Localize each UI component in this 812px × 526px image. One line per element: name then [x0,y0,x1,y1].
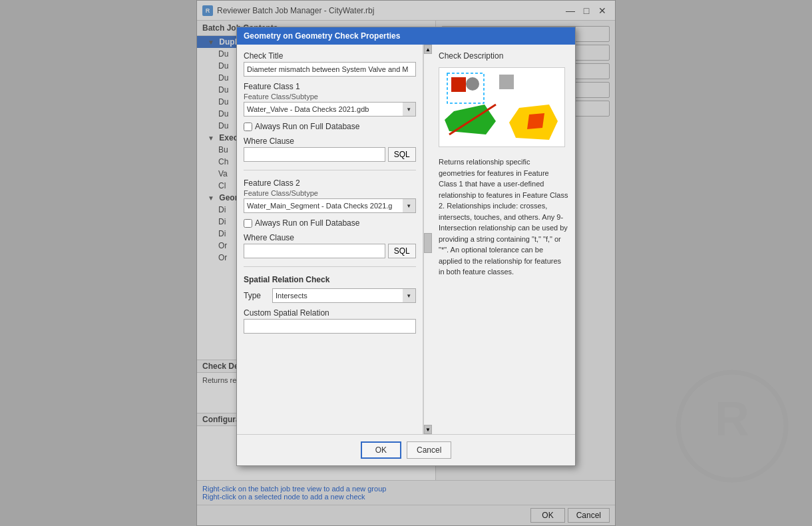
dialog-right: Check Description [432,45,575,434]
custom-spatial-label: Custom Spatial Relation [244,308,416,318]
feature-class1-section: Feature Class 1 Feature Class/Subtype Wa… [244,82,416,117]
scroll-up-arrow[interactable]: ▲ [424,45,432,54]
feature-class1-label: Feature Class 1 [244,82,416,91]
spatial-section: Spatial Relation Check Type Intersects C… [244,275,416,303]
check-description-header: Check Description [439,51,568,61]
dialog-body: Check Title Feature Class 1 Feature Clas… [237,45,575,434]
feature-class1-dropdown[interactable]: Water_Valve - Data Checks 2021.gdb [244,102,416,117]
dialog-title: Geometry on Geometry Check Properties [237,27,575,45]
check-title-input[interactable] [244,62,416,77]
always-run2-row: Always Run on Full Database [244,218,416,228]
type-label: Type [244,291,267,300]
feature-class2-dropdown-wrapper: Water_Main_Segment - Data Checks 2021.g … [244,198,416,213]
always-run1-label: Always Run on Full Database [255,122,359,131]
dialog-bottom-buttons: OK Cancel [237,434,575,465]
dialog-geometry-check: Geometry on Geometry Check Properties Ch… [236,27,576,466]
sql2-button[interactable]: SQL [388,244,416,258]
dialog-left: Check Title Feature Class 1 Feature Clas… [237,45,423,434]
feature-class1-dropdown-wrapper: Water_Valve - Data Checks 2021.gdb ▼ [244,102,416,117]
dialog-scrollbar[interactable]: ▲ ▼ [423,45,432,434]
where-clause2-label: Where Clause [244,233,416,242]
scroll-thumb[interactable] [424,233,432,253]
section-divider1 [244,170,416,170]
feature-class2-label: Feature Class 2 [244,178,416,188]
where-clause2-input[interactable] [244,244,385,258]
always-run1-checkbox[interactable] [244,123,252,131]
always-run2-checkbox[interactable] [244,219,252,228]
description-image [439,67,565,147]
dialog-cancel-button[interactable]: Cancel [407,441,451,459]
where-clause2-section: Where Clause SQL [244,233,416,258]
where-clause1-label: Where Clause [244,136,416,146]
check-title-label: Check Title [244,51,416,61]
check-description-text: Returns relationship specific geometries… [439,156,568,278]
always-run2-label: Always Run on Full Database [255,218,359,228]
spatial-section-title: Spatial Relation Check [244,275,416,284]
svg-point-5 [466,77,479,91]
svg-marker-10 [527,113,544,129]
feature-class1-sublabel: Feature Class/Subtype [244,93,416,101]
svg-rect-4 [451,77,466,92]
dialog-ok-button[interactable]: OK [361,441,401,459]
where-clause1-row: SQL [244,147,416,162]
feature-class2-dropdown[interactable]: Water_Main_Segment - Data Checks 2021.g [244,198,416,213]
feature-class2-section: Feature Class 2 Feature Class/Subtype Wa… [244,178,416,213]
section-divider2 [244,266,416,267]
feature-class2-sublabel: Feature Class/Subtype [244,189,416,197]
where-clause2-row: SQL [244,244,416,258]
custom-spatial-input[interactable] [244,319,416,334]
always-run1-row: Always Run on Full Database [244,122,416,131]
check-title-section: Check Title [244,51,416,77]
where-clause1-input[interactable] [244,147,385,162]
type-dropdown[interactable]: Intersects Crosses Touches Contains With… [272,288,416,303]
sql1-button[interactable]: SQL [388,147,416,162]
scroll-down-arrow[interactable]: ▼ [424,425,432,434]
type-dropdown-wrapper: Intersects Crosses Touches Contains With… [272,288,416,303]
custom-spatial-section: Custom Spatial Relation [244,308,416,334]
type-row: Type Intersects Crosses Touches Contains… [244,288,416,303]
where-clause1-section: Where Clause SQL [244,136,416,162]
svg-rect-6 [499,75,514,89]
